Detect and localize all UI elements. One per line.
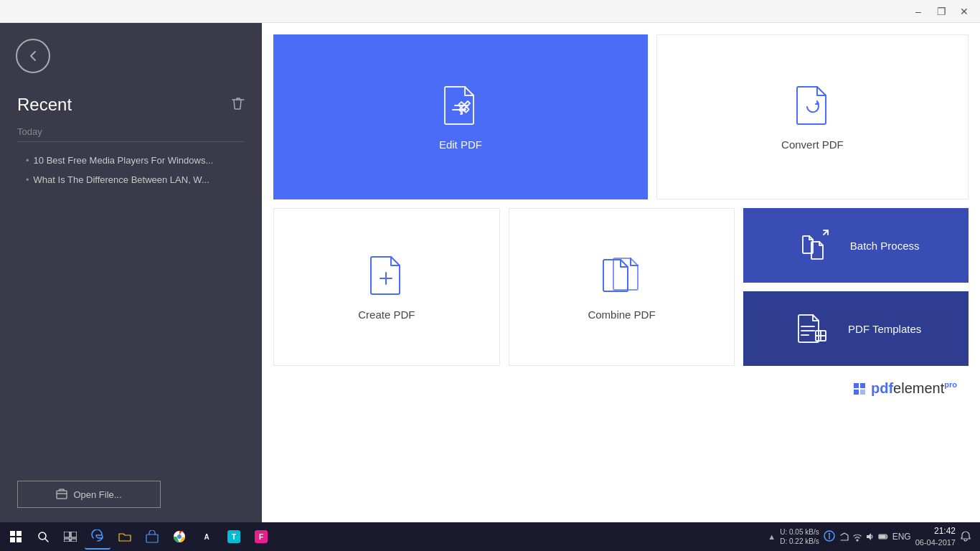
batch-process-icon <box>793 224 836 267</box>
sidebar: Recent Today 10 Best Free Media Players … <box>0 23 262 522</box>
time-display: 21:42 <box>915 525 956 537</box>
task-view-button[interactable] <box>57 524 83 550</box>
recent-item-2[interactable]: What Is The Difference Between LAN, W... <box>17 170 245 189</box>
store-taskbar[interactable] <box>139 524 165 550</box>
svg-text:F: F <box>259 533 263 541</box>
chrome-taskbar[interactable] <box>166 524 192 550</box>
convert-pdf-tile[interactable]: Convert PDF <box>656 34 969 199</box>
svg-rect-22 <box>64 532 70 537</box>
language-indicator[interactable]: ENG <box>892 532 911 542</box>
recent-section: Today 10 Best Free Media Players For Win… <box>0 126 262 189</box>
convert-pdf-label: Convert PDF <box>781 138 844 151</box>
bottom-row: Create PDF Combine PDF <box>273 208 969 366</box>
app3-taskbar[interactable]: F <box>248 524 274 550</box>
back-button[interactable] <box>16 39 50 73</box>
svg-point-38 <box>857 540 858 541</box>
sidebar-title: Recent <box>17 95 72 115</box>
svg-rect-18 <box>10 537 15 542</box>
convert-pdf-icon <box>791 84 834 127</box>
clear-recent-button[interactable] <box>232 96 245 114</box>
edge-taskbar[interactable] <box>85 524 110 550</box>
app2-taskbar[interactable]: T <box>221 524 247 550</box>
pdf-templates-tile[interactable]: PDF Templates <box>743 291 969 366</box>
svg-rect-25 <box>71 539 77 542</box>
expand-icon <box>839 532 849 542</box>
edit-pdf-tile[interactable]: Edit PDF <box>273 34 648 199</box>
pdf-templates-icon <box>791 307 834 350</box>
notification-button[interactable] <box>960 530 971 543</box>
batch-process-tile[interactable]: Batch Process <box>743 208 969 283</box>
date-label: Today <box>17 126 245 142</box>
close-button[interactable]: ✕ <box>954 4 974 19</box>
pdf-templates-label: PDF Templates <box>848 323 921 335</box>
sidebar-footer: Open File... <box>0 466 262 522</box>
system-tray: ▲ U: 0.05 kB/s D: 0.22 kB/s <box>762 525 977 548</box>
top-row: Edit PDF Convert PDF <box>273 34 969 199</box>
network-down: D: 0.22 kB/s <box>780 537 819 546</box>
network-up: U: 0.05 kB/s <box>780 527 819 537</box>
svg-rect-41 <box>880 535 885 538</box>
recent-item-1[interactable]: 10 Best Free Media Players For Windows..… <box>17 151 245 170</box>
svg-rect-19 <box>17 537 22 542</box>
combine-pdf-label: Combine PDF <box>588 309 655 321</box>
notifications-area <box>839 532 888 542</box>
svg-rect-23 <box>71 532 77 537</box>
info-icon <box>824 530 835 543</box>
svg-text:A: A <box>204 533 209 541</box>
combine-pdf-tile[interactable]: Combine PDF <box>509 208 735 366</box>
open-file-label: Open File... <box>73 489 121 500</box>
logo-text: pdfelementpro <box>871 380 957 397</box>
logo-icon <box>852 382 867 396</box>
svg-rect-17 <box>17 531 22 536</box>
create-pdf-label: Create PDF <box>358 309 415 321</box>
volume-icon <box>865 532 875 542</box>
search-button[interactable] <box>30 524 56 550</box>
svg-rect-24 <box>64 539 70 542</box>
open-file-button[interactable]: Open File... <box>17 481 161 508</box>
svg-point-37 <box>829 534 829 534</box>
battery-icon <box>878 532 888 542</box>
back-area <box>11 34 55 77</box>
start-button[interactable] <box>3 524 29 550</box>
svg-rect-13 <box>860 383 865 388</box>
svg-rect-15 <box>860 390 865 395</box>
create-pdf-icon <box>365 254 408 297</box>
minimize-button[interactable]: – <box>908 4 928 19</box>
svg-text:T: T <box>232 533 236 541</box>
app-window: – ❐ ✕ Recent <box>0 0 980 551</box>
title-bar: – ❐ ✕ <box>0 0 980 23</box>
edit-pdf-icon <box>439 84 482 127</box>
svg-rect-12 <box>854 383 859 388</box>
main-content: Edit PDF Convert PDF <box>262 23 980 522</box>
wifi-icon <box>852 532 862 542</box>
batch-process-label: Batch Process <box>850 240 920 252</box>
tile-right-column: Batch Process <box>743 208 969 366</box>
sidebar-header: Recent <box>0 89 262 126</box>
show-hidden-icons[interactable]: ▲ <box>768 532 776 541</box>
clock: 21:42 06-04-2017 <box>915 525 956 548</box>
date-display: 06-04-2017 <box>915 537 956 548</box>
logo-area: pdfelementpro <box>273 375 969 402</box>
svg-rect-26 <box>146 534 158 542</box>
maximize-button[interactable]: ❐ <box>931 4 951 19</box>
app-body: Recent Today 10 Best Free Media Players … <box>0 23 980 522</box>
create-pdf-tile[interactable]: Create PDF <box>273 208 500 366</box>
network-stats: U: 0.05 kB/s D: 0.22 kB/s <box>780 527 819 546</box>
explorer-taskbar[interactable] <box>112 524 138 550</box>
combine-pdf-icon <box>600 254 644 297</box>
app1-taskbar[interactable]: A <box>194 524 220 550</box>
svg-rect-16 <box>10 531 15 536</box>
edit-pdf-label: Edit PDF <box>439 138 482 151</box>
svg-rect-14 <box>854 390 859 395</box>
svg-line-21 <box>45 539 48 542</box>
svg-rect-0 <box>57 491 67 499</box>
taskbar: A T F ▲ U: 0.05 kB/s D: 0.22 kB/s <box>0 522 980 551</box>
svg-marker-39 <box>867 533 871 540</box>
